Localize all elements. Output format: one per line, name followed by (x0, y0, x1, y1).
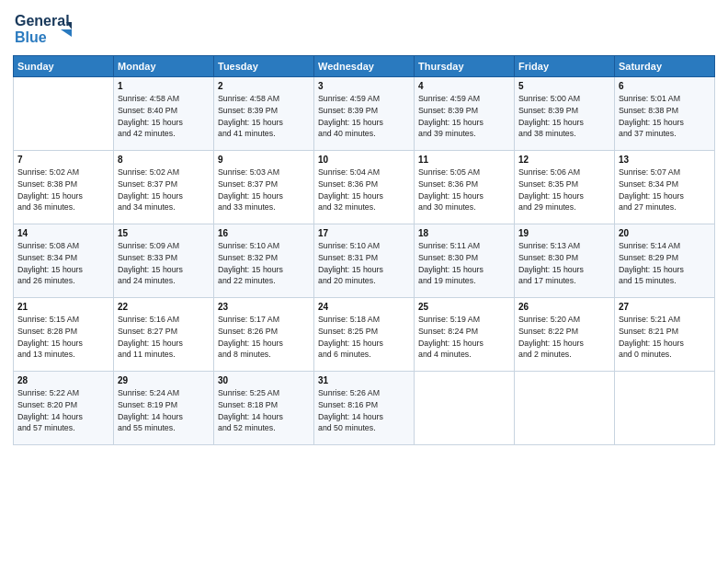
day-number: 21 (17, 302, 109, 312)
calendar-cell: 2Sunrise: 4:58 AM Sunset: 8:39 PM Daylig… (214, 77, 314, 151)
day-info: Sunrise: 5:26 AM Sunset: 8:16 PM Dayligh… (318, 387, 410, 434)
calendar-cell: 27Sunrise: 5:21 AM Sunset: 8:21 PM Dayli… (615, 298, 715, 372)
calendar-cell (615, 372, 715, 445)
day-info: Sunrise: 5:09 AM Sunset: 8:33 PM Dayligh… (118, 240, 210, 287)
day-number: 24 (318, 302, 410, 312)
day-info: Sunrise: 5:07 AM Sunset: 8:34 PM Dayligh… (619, 167, 711, 213)
calendar-cell: 30Sunrise: 5:25 AM Sunset: 8:18 PM Dayli… (214, 372, 314, 445)
day-number: 13 (619, 155, 711, 165)
calendar-cell (515, 372, 615, 445)
day-info: Sunrise: 5:08 AM Sunset: 8:34 PM Dayligh… (17, 240, 109, 287)
day-number: 25 (418, 302, 510, 312)
day-number: 3 (318, 81, 410, 91)
day-info: Sunrise: 4:58 AM Sunset: 8:40 PM Dayligh… (118, 93, 210, 140)
day-info: Sunrise: 5:02 AM Sunset: 8:37 PM Dayligh… (118, 167, 210, 213)
calendar-week-row: 14Sunrise: 5:08 AM Sunset: 8:34 PM Dayli… (14, 224, 715, 298)
day-number: 8 (118, 155, 210, 165)
calendar-cell: 31Sunrise: 5:26 AM Sunset: 8:16 PM Dayli… (314, 372, 415, 445)
day-number: 14 (17, 228, 109, 238)
day-number: 16 (218, 228, 310, 238)
weekday-header: Friday (515, 56, 615, 77)
day-info: Sunrise: 4:58 AM Sunset: 8:39 PM Dayligh… (218, 93, 310, 140)
day-info: Sunrise: 5:00 AM Sunset: 8:39 PM Dayligh… (518, 93, 610, 140)
day-number: 2 (218, 81, 310, 91)
calendar-cell: 18Sunrise: 5:11 AM Sunset: 8:30 PM Dayli… (415, 224, 515, 298)
day-number: 9 (218, 155, 310, 165)
day-number: 22 (118, 302, 210, 312)
day-info: Sunrise: 5:02 AM Sunset: 8:38 PM Dayligh… (17, 167, 109, 213)
svg-marker-2 (61, 29, 72, 37)
calendar-cell: 19Sunrise: 5:13 AM Sunset: 8:30 PM Dayli… (515, 224, 615, 298)
calendar-cell: 26Sunrise: 5:20 AM Sunset: 8:22 PM Dayli… (515, 298, 615, 372)
calendar-cell: 13Sunrise: 5:07 AM Sunset: 8:34 PM Dayli… (615, 151, 715, 224)
day-number: 19 (518, 228, 610, 238)
day-number: 15 (118, 228, 210, 238)
day-number: 20 (619, 228, 711, 238)
day-info: Sunrise: 5:19 AM Sunset: 8:24 PM Dayligh… (418, 314, 510, 361)
day-number: 7 (17, 155, 109, 165)
calendar-cell: 5Sunrise: 5:00 AM Sunset: 8:39 PM Daylig… (515, 77, 615, 151)
calendar-week-row: 21Sunrise: 5:15 AM Sunset: 8:28 PM Dayli… (14, 298, 715, 372)
day-number: 6 (619, 81, 711, 91)
calendar-body: 1Sunrise: 4:58 AM Sunset: 8:40 PM Daylig… (14, 77, 715, 445)
calendar-cell: 9Sunrise: 5:03 AM Sunset: 8:37 PM Daylig… (214, 151, 314, 224)
day-number: 17 (318, 228, 410, 238)
calendar-header: SundayMondayTuesdayWednesdayThursdayFrid… (14, 56, 715, 77)
day-info: Sunrise: 5:10 AM Sunset: 8:31 PM Dayligh… (318, 240, 410, 287)
calendar-week-row: 1Sunrise: 4:58 AM Sunset: 8:40 PM Daylig… (14, 77, 715, 151)
calendar-page: GeneralBlue SundayMondayTuesdayWednesday… (0, 0, 728, 563)
calendar-cell: 21Sunrise: 5:15 AM Sunset: 8:28 PM Dayli… (14, 298, 114, 372)
calendar-cell: 8Sunrise: 5:02 AM Sunset: 8:37 PM Daylig… (114, 151, 214, 224)
day-info: Sunrise: 5:14 AM Sunset: 8:29 PM Dayligh… (619, 240, 711, 287)
calendar-cell: 7Sunrise: 5:02 AM Sunset: 8:38 PM Daylig… (14, 151, 114, 224)
calendar-table: SundayMondayTuesdayWednesdayThursdayFrid… (13, 55, 715, 445)
calendar-cell: 22Sunrise: 5:16 AM Sunset: 8:27 PM Dayli… (114, 298, 214, 372)
day-info: Sunrise: 5:22 AM Sunset: 8:20 PM Dayligh… (17, 387, 109, 434)
calendar-cell: 11Sunrise: 5:05 AM Sunset: 8:36 PM Dayli… (415, 151, 515, 224)
day-info: Sunrise: 5:16 AM Sunset: 8:27 PM Dayligh… (118, 314, 210, 361)
calendar-cell: 10Sunrise: 5:04 AM Sunset: 8:36 PM Dayli… (314, 151, 415, 224)
calendar-cell: 1Sunrise: 4:58 AM Sunset: 8:40 PM Daylig… (114, 77, 214, 151)
day-number: 11 (418, 155, 510, 165)
day-number: 4 (418, 81, 510, 91)
calendar-cell: 29Sunrise: 5:24 AM Sunset: 8:19 PM Dayli… (114, 372, 214, 445)
day-info: Sunrise: 5:17 AM Sunset: 8:26 PM Dayligh… (218, 314, 310, 361)
header: GeneralBlue (13, 9, 715, 50)
day-info: Sunrise: 5:25 AM Sunset: 8:18 PM Dayligh… (218, 387, 310, 434)
day-number: 27 (619, 302, 711, 312)
logo: GeneralBlue (13, 9, 77, 50)
calendar-cell: 15Sunrise: 5:09 AM Sunset: 8:33 PM Dayli… (114, 224, 214, 298)
day-info: Sunrise: 5:05 AM Sunset: 8:36 PM Dayligh… (418, 167, 510, 213)
day-number: 12 (518, 155, 610, 165)
weekday-header: Tuesday (214, 56, 314, 77)
day-info: Sunrise: 5:13 AM Sunset: 8:30 PM Dayligh… (518, 240, 610, 287)
day-number: 1 (118, 81, 210, 91)
day-info: Sunrise: 4:59 AM Sunset: 8:39 PM Dayligh… (418, 93, 510, 140)
day-number: 29 (118, 375, 210, 385)
calendar-cell: 23Sunrise: 5:17 AM Sunset: 8:26 PM Dayli… (214, 298, 314, 372)
calendar-cell: 3Sunrise: 4:59 AM Sunset: 8:39 PM Daylig… (314, 77, 415, 151)
day-number: 31 (318, 375, 410, 385)
day-number: 18 (418, 228, 510, 238)
day-info: Sunrise: 5:04 AM Sunset: 8:36 PM Dayligh… (318, 167, 410, 213)
day-info: Sunrise: 5:01 AM Sunset: 8:38 PM Dayligh… (619, 93, 711, 140)
day-info: Sunrise: 5:06 AM Sunset: 8:35 PM Dayligh… (518, 167, 610, 213)
day-number: 5 (518, 81, 610, 91)
weekday-header: Monday (114, 56, 214, 77)
calendar-cell: 12Sunrise: 5:06 AM Sunset: 8:35 PM Dayli… (515, 151, 615, 224)
day-info: Sunrise: 5:10 AM Sunset: 8:32 PM Dayligh… (218, 240, 310, 287)
day-info: Sunrise: 5:18 AM Sunset: 8:25 PM Dayligh… (318, 314, 410, 361)
calendar-cell: 6Sunrise: 5:01 AM Sunset: 8:38 PM Daylig… (615, 77, 715, 151)
day-info: Sunrise: 5:24 AM Sunset: 8:19 PM Dayligh… (118, 387, 210, 434)
calendar-cell: 14Sunrise: 5:08 AM Sunset: 8:34 PM Dayli… (14, 224, 114, 298)
day-info: Sunrise: 5:21 AM Sunset: 8:21 PM Dayligh… (619, 314, 711, 361)
day-number: 23 (218, 302, 310, 312)
calendar-cell: 24Sunrise: 5:18 AM Sunset: 8:25 PM Dayli… (314, 298, 415, 372)
day-info: Sunrise: 5:11 AM Sunset: 8:30 PM Dayligh… (418, 240, 510, 287)
weekday-header: Wednesday (314, 56, 415, 77)
day-info: Sunrise: 5:03 AM Sunset: 8:37 PM Dayligh… (218, 167, 310, 213)
day-number: 30 (218, 375, 310, 385)
svg-text:General: General (15, 13, 70, 29)
calendar-cell (14, 77, 114, 151)
calendar-cell: 28Sunrise: 5:22 AM Sunset: 8:20 PM Dayli… (14, 372, 114, 445)
